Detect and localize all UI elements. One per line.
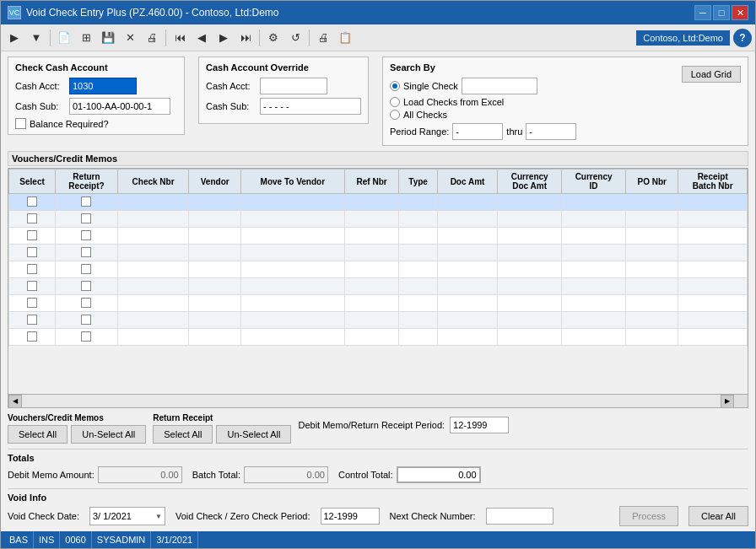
toolbar-first-btn[interactable]: ⏮ [170,28,190,48]
toolbar-last-btn[interactable]: ⏭ [235,28,256,48]
balance-required-checkbox[interactable] [15,118,26,129]
all-checks-radio[interactable] [390,110,400,120]
table-row[interactable] [9,278,748,295]
clear-all-button[interactable]: Clear All [688,506,748,526]
next-check-input[interactable] [486,508,554,525]
void-info-title: Void Info [8,492,748,503]
toolbar-delete-btn[interactable]: ✕ [120,28,140,48]
vouchers-actions-section: Vouchers/Credit Memos Select All Un-Sele… [8,413,146,444]
horizontal-scrollbar[interactable]: ◀ ▶ [8,394,748,407]
debit-memo-input[interactable] [450,417,509,433]
row-select-checkbox[interactable] [27,315,37,325]
all-checks-label: All Checks [403,110,447,120]
period-from-input[interactable] [452,123,503,140]
table-row[interactable] [9,312,748,329]
status-date: 3/1/2021 [151,531,198,548]
row-return-checkbox[interactable] [81,315,91,325]
col-type: Type [399,170,437,194]
override-acct-label: Cash Acct: [206,81,256,91]
vouchers-table: Select ReturnReceipt? Check Nbr Vendor M… [8,169,748,346]
row-select-checkbox[interactable] [27,281,37,291]
company-badge[interactable]: Contoso, Ltd:Demo [636,30,730,46]
totals-title: Totals [8,453,748,463]
toolbar-print-btn[interactable]: 🖨 [142,28,162,48]
override-sub-label: Cash Sub: [206,101,256,111]
row-return-checkbox[interactable] [81,196,91,207]
void-period-input[interactable] [321,508,380,525]
return-receipt-title: Return Receipt [153,413,291,423]
table-row[interactable] [9,295,748,312]
toolbar: ▶ ▼ 📄 ⊞ 💾 ✕ 🖨 ⏮ ◀ ▶ ⏭ ⚙ ↺ 🖨 📋 Contoso, L… [1,24,755,51]
void-date-input[interactable] [93,511,152,521]
close-button[interactable]: ✕ [732,5,748,20]
row-return-checkbox[interactable] [81,213,91,223]
table-scroll[interactable]: Select ReturnReceipt? Check Nbr Vendor M… [8,169,748,394]
toolbar-next-btn[interactable]: ▶ [213,28,234,48]
return-unselect-all-button[interactable]: Un-Select All [216,425,291,444]
cash-acct-input[interactable] [69,78,137,94]
table-title: Vouchers/Credit Memos [8,151,748,166]
control-total-input[interactable] [397,466,481,483]
toolbar-settings-btn[interactable]: ⚙ [263,28,284,48]
toolbar-clipboard-btn[interactable]: 📋 [335,28,355,48]
check-cash-section: Check Cash Account Cash Acct: Cash Sub: … [8,57,185,135]
load-checks-radio[interactable] [390,97,400,107]
toolbar-grid-btn[interactable]: ⊞ [76,28,96,48]
single-check-radio[interactable] [390,81,400,91]
minimize-button[interactable]: ─ [694,5,711,20]
row-return-checkbox[interactable] [81,264,91,274]
totals-section: Totals Debit Memo Amount: Batch Total: C… [8,449,748,483]
row-select-checkbox[interactable] [27,331,37,342]
load-grid-button[interactable]: Load Grid [682,66,741,83]
scroll-left-btn[interactable]: ◀ [8,395,22,408]
toolbar-dropdown-btn[interactable]: ▼ [26,28,46,48]
table-row[interactable] [9,329,748,346]
help-button[interactable]: ? [733,29,752,47]
row-select-checkbox[interactable] [27,230,37,240]
table-row[interactable] [9,228,748,245]
row-select-checkbox[interactable] [27,196,37,207]
return-receipt-section: Return Receipt Select All Un-Select All [153,413,291,444]
vouchers-unselect-all-button[interactable]: Un-Select All [71,425,146,444]
status-num: 0060 [60,531,91,548]
cash-sub-label: Cash Sub: [15,101,66,111]
toolbar-refresh-btn[interactable]: ↺ [285,28,305,48]
void-date-dropdown-icon[interactable]: ▼ [155,513,162,520]
single-check-input[interactable] [462,78,537,94]
row-return-checkbox[interactable] [81,298,91,308]
batch-total-input[interactable] [244,466,328,483]
table-row[interactable] [9,245,748,261]
override-acct-input[interactable] [260,78,327,94]
toolbar-print2-btn[interactable]: 🖨 [313,28,333,48]
row-select-checkbox[interactable] [27,213,37,223]
period-to-input[interactable] [526,123,576,140]
cash-sub-input[interactable] [69,98,170,115]
row-select-checkbox[interactable] [27,298,37,308]
return-select-all-button[interactable]: Select All [153,425,213,444]
row-select-checkbox[interactable] [27,264,37,274]
scroll-right-btn[interactable]: ▶ [721,395,734,408]
vouchers-actions-title: Vouchers/Credit Memos [8,413,146,423]
row-return-checkbox[interactable] [81,331,91,342]
row-return-checkbox[interactable] [81,247,91,257]
process-button[interactable]: Process [619,506,678,526]
toolbar-new-btn[interactable]: 📄 [54,28,74,48]
balance-required-label: Balance Required? [30,119,109,129]
row-return-checkbox[interactable] [81,230,91,240]
table-row[interactable] [9,194,748,211]
vouchers-select-all-button[interactable]: Select All [8,425,68,444]
toolbar-save-btn[interactable]: 💾 [98,28,118,48]
maximize-button[interactable]: □ [713,5,730,20]
col-po-nbr: PO Nbr [626,170,678,194]
toolbar-play-btn[interactable]: ▶ [4,28,24,48]
row-select-checkbox[interactable] [27,247,37,257]
void-info-section: Void Info Void Check Date: ▼ Void Check … [8,488,748,526]
debit-memo-total-input[interactable] [98,466,182,483]
row-return-checkbox[interactable] [81,281,91,291]
toolbar-sep-1 [50,30,51,46]
table-row[interactable] [9,211,748,228]
toolbar-prev-btn[interactable]: ◀ [192,28,212,48]
table-row[interactable] [9,261,748,278]
override-sub-input[interactable] [260,98,361,115]
debit-memo-total-label: Debit Memo Amount: [8,470,94,480]
